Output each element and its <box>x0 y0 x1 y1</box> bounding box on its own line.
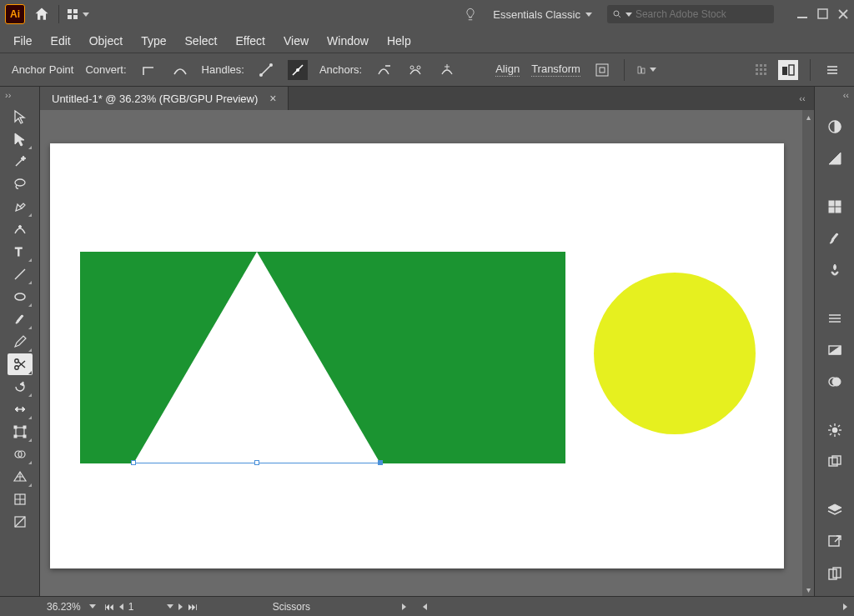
cut-path-button[interactable] <box>405 60 425 80</box>
rotate-tool[interactable] <box>8 376 33 398</box>
close-icon[interactable] <box>837 8 849 20</box>
align-to-button[interactable] <box>636 60 656 80</box>
color-guide-panel-icon[interactable] <box>823 148 846 168</box>
convert-smooth-button[interactable] <box>170 60 190 80</box>
ellipse-tool[interactable] <box>8 286 33 308</box>
lasso-tool[interactable] <box>8 173 33 195</box>
artboard-number-field[interactable]: 1 <box>128 601 162 613</box>
search-stock-field[interactable] <box>607 5 774 23</box>
artboard-dropdown-icon[interactable] <box>167 604 173 608</box>
isolate-button[interactable] <box>592 60 612 80</box>
main-region: ›› T Untitled-1* @ 36.23% (RGB/GPU Previ… <box>0 87 854 596</box>
arrange-grid-icon <box>68 9 78 19</box>
canvas-area[interactable]: ▴ ▾ <box>40 110 814 596</box>
menu-window[interactable]: Window <box>327 34 369 48</box>
reference-point-grid[interactable] <box>756 64 766 75</box>
home-icon[interactable] <box>33 6 50 23</box>
panel-collapse-button[interactable]: ‹‹ <box>791 87 814 110</box>
hide-handles-button[interactable] <box>288 60 308 80</box>
last-artboard-button[interactable]: ⏭ <box>188 601 198 613</box>
swatches-panel-icon[interactable] <box>823 197 846 217</box>
menu-view[interactable]: View <box>284 34 309 48</box>
graphic-styles-panel-icon[interactable] <box>823 452 846 472</box>
mesh-tool[interactable] <box>8 488 33 510</box>
next-artboard-button[interactable] <box>178 603 183 610</box>
color-panel-icon[interactable] <box>823 117 846 137</box>
prev-artboard-button[interactable] <box>119 603 123 610</box>
maximize-icon[interactable] <box>817 8 829 20</box>
align-pixel-grid-button[interactable] <box>778 60 798 80</box>
tab-close-button[interactable]: × <box>269 92 276 105</box>
align-button[interactable]: Align <box>495 63 520 77</box>
type-tool[interactable]: T <box>8 241 33 263</box>
menu-select[interactable]: Select <box>185 34 218 48</box>
direct-selection-tool[interactable] <box>8 128 33 150</box>
free-transform-tool[interactable] <box>8 421 33 443</box>
stroke-panel-icon[interactable] <box>823 308 846 328</box>
svg-point-34 <box>14 366 18 369</box>
document-tab[interactable]: Untitled-1* @ 36.23% (RGB/GPU Preview) × <box>40 87 289 110</box>
first-artboard-button[interactable]: ⏮ <box>104 601 114 613</box>
selection-tool[interactable] <box>8 106 33 128</box>
anchor-point[interactable] <box>254 460 259 465</box>
transform-button[interactable]: Transform <box>531 63 580 77</box>
paintbrush-tool[interactable] <box>8 308 33 330</box>
workspace-switcher[interactable]: Essentials Classic <box>486 5 599 24</box>
pencil-tool[interactable] <box>8 331 33 353</box>
menu-effect[interactable]: Effect <box>235 34 265 48</box>
yellow-circle-shape[interactable] <box>594 273 756 434</box>
menu-edit[interactable]: Edit <box>51 34 71 48</box>
convert-corner-button[interactable] <box>138 60 158 80</box>
shape-builder-tool[interactable] <box>8 443 33 465</box>
curvature-tool[interactable] <box>8 218 33 240</box>
scroll-up-button[interactable]: ▴ <box>802 110 814 123</box>
handles-label: Handles: <box>202 63 244 76</box>
artboards-panel-icon[interactable] <box>823 563 846 583</box>
appearance-panel-icon[interactable] <box>823 420 846 440</box>
svg-line-1 <box>618 15 620 17</box>
pen-tool[interactable] <box>8 196 33 218</box>
status-flyout-icon[interactable] <box>402 603 406 610</box>
line-tool[interactable] <box>8 263 33 285</box>
svg-marker-66 <box>829 346 841 354</box>
gradient-panel-icon[interactable] <box>823 340 846 360</box>
discover-icon[interactable] <box>463 7 478 22</box>
brushes-panel-icon[interactable] <box>823 228 846 248</box>
menu-object[interactable]: Object <box>89 34 123 48</box>
arrange-documents-button[interactable] <box>68 9 89 19</box>
hscroll-right-button[interactable] <box>843 603 847 610</box>
svg-point-29 <box>18 226 21 228</box>
menu-file[interactable]: File <box>13 34 33 48</box>
svg-point-7 <box>259 73 263 77</box>
transparency-panel-icon[interactable] <box>823 372 846 392</box>
zoom-value[interactable]: 36.23% <box>47 601 81 613</box>
svg-rect-44 <box>14 435 17 438</box>
connect-anchor-button[interactable] <box>437 60 457 80</box>
panel-collapse-button[interactable]: ‹‹ <box>815 90 854 105</box>
symbols-panel-icon[interactable] <box>823 260 846 280</box>
menu-type[interactable]: Type <box>141 34 166 48</box>
asset-export-panel-icon[interactable] <box>823 532 846 552</box>
scroll-down-button[interactable]: ▾ <box>802 583 814 596</box>
anchor-point-selected[interactable] <box>378 460 383 465</box>
perspective-grid-tool[interactable] <box>8 466 33 488</box>
minimize-icon[interactable] <box>797 8 809 20</box>
hscroll-left-button[interactable] <box>423 603 427 610</box>
remove-anchor-button[interactable] <box>374 60 394 80</box>
tools-expand-button[interactable]: ›› <box>0 90 39 105</box>
show-handles-button[interactable] <box>256 60 276 80</box>
white-triangle-shape[interactable] <box>133 252 380 463</box>
artboard[interactable] <box>50 143 784 568</box>
magic-wand-tool[interactable] <box>8 151 33 173</box>
width-tool[interactable] <box>8 398 33 420</box>
anchor-point[interactable] <box>131 460 136 465</box>
menu-help[interactable]: Help <box>387 34 411 48</box>
vertical-scrollbar[interactable]: ▴ ▾ <box>802 110 814 596</box>
control-bar-menu-button[interactable] <box>822 60 842 80</box>
layers-panel-icon[interactable] <box>823 500 846 520</box>
scissors-tool[interactable] <box>8 353 33 375</box>
zoom-dropdown-icon[interactable] <box>89 604 96 608</box>
app-bar: Ai Essentials Classic <box>0 0 854 28</box>
gradient-tool[interactable] <box>8 511 33 533</box>
search-input[interactable] <box>635 8 769 20</box>
